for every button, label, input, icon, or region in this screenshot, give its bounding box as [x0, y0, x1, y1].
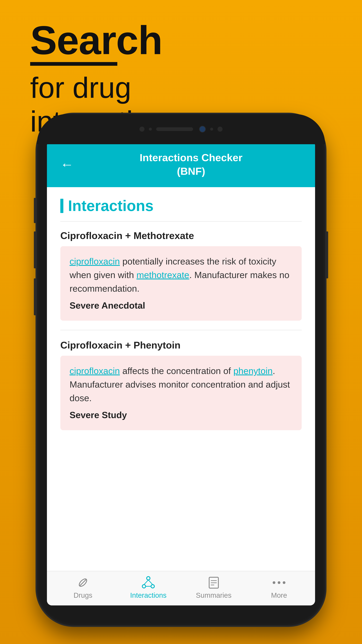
interaction-divider-1	[60, 330, 302, 330]
nav-label-more: More	[271, 591, 287, 600]
notch-camera-left	[139, 126, 144, 132]
nav-item-summaries[interactable]: Summaries	[181, 576, 246, 600]
drug-link-methotrexate[interactable]: methotrexate	[136, 270, 189, 280]
interaction-text-2: ciprofloxacin affects the concentration …	[69, 364, 293, 422]
phone-shell: ← Interactions Checker (BNF) Interaction…	[37, 114, 325, 626]
nav-label-drugs: Drugs	[73, 591, 92, 600]
more-icon	[272, 576, 286, 589]
notch-sensor1	[149, 128, 152, 131]
interaction-text-1: ciprofloxacin potentially increases the …	[69, 254, 293, 312]
nav-label-interactions: Interactions	[130, 591, 166, 600]
more-dot-3	[283, 581, 285, 584]
nav-item-more[interactable]: More	[246, 576, 312, 600]
section-top-divider	[60, 221, 302, 222]
interaction-card-1: ciprofloxacin potentially increases the …	[60, 246, 302, 321]
interaction-heading-1: Ciprofloxacin + Methotrexate	[60, 230, 302, 241]
phone-notch	[37, 114, 325, 144]
svg-point-2	[147, 576, 150, 580]
severity-label-2: Severe Study	[69, 408, 293, 422]
drug-link-phenytoin[interactable]: phenytoin	[233, 366, 273, 376]
section-title: Interactions	[68, 197, 153, 214]
search-heading: Search	[30, 20, 180, 60]
volume-up-button	[34, 198, 37, 223]
svg-line-1	[80, 579, 86, 586]
bottom-nav-bar: Drugs Interactions	[47, 571, 315, 606]
svg-point-3	[142, 585, 146, 588]
svg-line-6	[148, 580, 153, 585]
drug-link-ciprofloxacin-2[interactable]: ciprofloxacin	[69, 366, 120, 376]
phone-screen: ← Interactions Checker (BNF) Interaction…	[47, 141, 315, 606]
summaries-icon	[207, 576, 220, 589]
section-title-row: Interactions	[60, 197, 302, 214]
app-content: Interactions Ciprofloxacin + Methotrexat…	[47, 187, 315, 571]
interactions-icon	[142, 576, 155, 589]
app-title: Interactions Checker (BNF)	[80, 151, 302, 178]
bixby-button	[34, 278, 37, 315]
severity-label-1: Severe Anecdotal	[69, 299, 293, 312]
more-dot-1	[273, 581, 275, 584]
notch-sensor2	[210, 128, 213, 131]
svg-line-5	[144, 580, 148, 585]
nav-item-drugs[interactable]: Drugs	[50, 576, 116, 600]
section-indicator-bar	[60, 199, 63, 213]
front-camera	[199, 126, 206, 132]
svg-point-4	[151, 585, 154, 588]
volume-down-button	[34, 232, 37, 268]
notch-camera-right	[218, 126, 223, 132]
nav-item-interactions[interactable]: Interactions	[116, 576, 181, 600]
pill-icon	[76, 576, 90, 589]
interaction-card-2: ciprofloxacin affects the concentration …	[60, 356, 302, 430]
drug-link-ciprofloxacin-1[interactable]: ciprofloxacin	[69, 256, 120, 266]
power-button	[325, 232, 328, 278]
notch-speaker	[156, 127, 193, 131]
interaction-heading-2: Ciprofloxacin + Phenytoin	[60, 340, 302, 351]
back-button[interactable]: ←	[60, 157, 74, 172]
phone-device: ← Interactions Checker (BNF) Interaction…	[37, 114, 325, 626]
nav-label-summaries: Summaries	[196, 591, 231, 600]
app-header-bar: ← Interactions Checker (BNF)	[47, 141, 315, 187]
more-dot-2	[278, 581, 280, 584]
